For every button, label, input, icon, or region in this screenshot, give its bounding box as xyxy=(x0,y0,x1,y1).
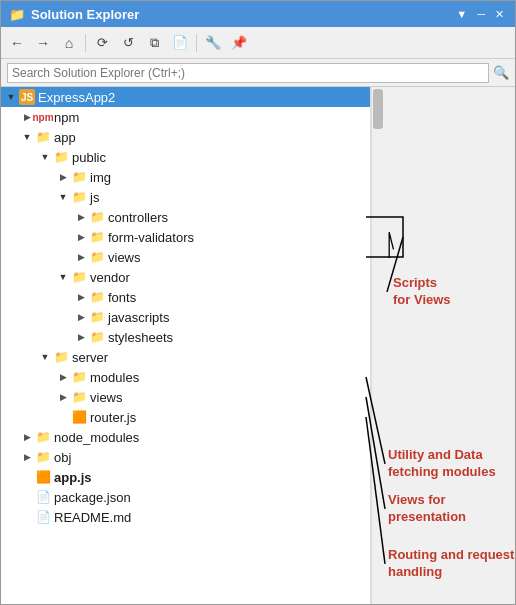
server-arrow: ▼ xyxy=(37,349,53,365)
fonts-label: fonts xyxy=(108,290,136,305)
folder-icon: 📁 xyxy=(89,309,105,325)
main-content: ▼ JS ExpressApp2 ▶ npm npm ▼ 📁 app ▼ 📁 p… xyxy=(1,87,515,604)
public-label: public xyxy=(72,150,106,165)
dropdown-btn[interactable]: ▼ xyxy=(453,8,470,20)
views-presentation-annotation: Views for presentation xyxy=(388,492,466,526)
package-icon: 📄 xyxy=(35,489,51,505)
js-label: js xyxy=(90,190,99,205)
solution-explorer-window: 📁 Solution Explorer ▼ ─ ✕ ← → ⌂ ⟳ ↺ ⧉ 📄 … xyxy=(0,0,516,605)
modules-label: modules xyxy=(90,370,139,385)
close-btn[interactable]: ✕ xyxy=(492,8,507,21)
separator-2 xyxy=(196,34,197,52)
list-item[interactable]: ▶ 📁 img xyxy=(1,167,370,187)
npm-label: npm xyxy=(54,110,79,125)
js-arrow: ▼ xyxy=(55,189,71,205)
list-item[interactable]: ▼ 📁 js xyxy=(1,187,370,207)
tree-root[interactable]: ▼ JS ExpressApp2 xyxy=(1,87,370,107)
folder-icon: 📁 xyxy=(53,149,69,165)
copy-btn[interactable]: ⧉ xyxy=(142,31,166,55)
folder-icon: 📁 xyxy=(35,429,51,445)
settings-btn[interactable]: 🔧 xyxy=(201,31,225,55)
folder-icon: 📁 xyxy=(89,249,105,265)
form-validators-arrow: ▶ xyxy=(73,229,89,245)
scrollbar-thumb[interactable] xyxy=(373,89,383,129)
list-item[interactable]: ▼ 📁 vendor xyxy=(1,267,370,287)
new-file-btn[interactable]: 📄 xyxy=(168,31,192,55)
list-item[interactable]: 📄 README.md xyxy=(1,507,370,527)
modules-arrow: ▶ xyxy=(55,369,71,385)
obj-arrow: ▶ xyxy=(19,449,35,465)
list-item[interactable]: ▶ 📁 obj xyxy=(1,447,370,467)
routing-line1: Routing and request xyxy=(388,547,514,562)
undo-btn[interactable]: ↺ xyxy=(116,31,140,55)
list-item[interactable]: ▶ 📁 views xyxy=(1,247,370,267)
search-input[interactable] xyxy=(7,63,489,83)
list-item[interactable]: ▶ 📁 fonts xyxy=(1,287,370,307)
fonts-arrow: ▶ xyxy=(73,289,89,305)
folder-icon: 📁 xyxy=(71,369,87,385)
list-item[interactable]: ▶ 📁 javascripts xyxy=(1,307,370,327)
folder-icon: 📁 xyxy=(89,289,105,305)
node-modules-label: node_modules xyxy=(54,430,139,445)
folder-icon: 📁 xyxy=(71,269,87,285)
npm-icon: npm xyxy=(35,109,51,125)
root-label: ExpressApp2 xyxy=(38,90,115,105)
list-item[interactable]: 🟧 router.js xyxy=(1,407,370,427)
appjs-label: app.js xyxy=(54,470,92,485)
vendor-arrow: ▼ xyxy=(55,269,71,285)
search-icon: 🔍 xyxy=(493,65,509,80)
views-line1: Views for xyxy=(388,492,446,507)
list-item[interactable]: ▶ 📁 modules xyxy=(1,367,370,387)
readme-label: README.md xyxy=(54,510,131,525)
sync-btn[interactable]: ⟳ xyxy=(90,31,114,55)
folder-icon: 📁 xyxy=(89,209,105,225)
readme-icon: 📄 xyxy=(35,509,51,525)
title-bar-controls: ▼ ─ ✕ xyxy=(453,8,507,21)
utility-line1: Utility and Data xyxy=(388,447,483,462)
list-item[interactable]: ▶ 📁 stylesheets xyxy=(1,327,370,347)
minimize-btn[interactable]: ─ xyxy=(474,8,488,20)
tree-panel: ▼ JS ExpressApp2 ▶ npm npm ▼ 📁 app ▼ 📁 p… xyxy=(1,87,371,604)
list-item[interactable]: ▶ 📁 views xyxy=(1,387,370,407)
forward-btn[interactable]: → xyxy=(31,31,55,55)
folder-icon: 📁 xyxy=(35,129,51,145)
javascripts-label: javascripts xyxy=(108,310,169,325)
list-item[interactable]: ▼ 📁 app xyxy=(1,127,370,147)
toolbar: ← → ⌂ ⟳ ↺ ⧉ 📄 🔧 📌 xyxy=(1,27,515,59)
list-item[interactable]: ▶ 📁 node_modules xyxy=(1,427,370,447)
img-arrow: ▶ xyxy=(55,169,71,185)
list-item[interactable]: ▶ 📁 form-validators xyxy=(1,227,370,247)
list-item[interactable]: ▶ 📁 controllers xyxy=(1,207,370,227)
folder-icon: 📁 xyxy=(89,329,105,345)
list-item[interactable]: ▶ npm npm xyxy=(1,107,370,127)
separator-1 xyxy=(85,34,86,52)
scrollbar[interactable] xyxy=(371,87,383,604)
obj-label: obj xyxy=(54,450,71,465)
folder-icon: 📁 xyxy=(71,189,87,205)
list-item[interactable]: 📄 package.json xyxy=(1,487,370,507)
folder-icon: 📁 xyxy=(89,229,105,245)
pin-btn[interactable]: 📌 xyxy=(227,31,251,55)
list-item[interactable]: ▼ 📁 server xyxy=(1,347,370,367)
stylesheets-label: stylesheets xyxy=(108,330,173,345)
back-btn[interactable]: ← xyxy=(5,31,29,55)
folder-icon: 📁 xyxy=(35,449,51,465)
list-item[interactable]: ▼ 📁 public xyxy=(1,147,370,167)
router-label: router.js xyxy=(90,410,136,425)
views-line2: presentation xyxy=(388,509,466,524)
app-arrow: ▼ xyxy=(19,129,35,145)
views-server-arrow: ▶ xyxy=(55,389,71,405)
list-item[interactable]: 🟧 app.js xyxy=(1,467,370,487)
routing-line2: handling xyxy=(388,564,442,579)
utility-line2: fetching modules xyxy=(388,464,496,479)
scripts-for-views-annotation: Scripts for Views xyxy=(393,275,451,309)
title-bar-left: 📁 Solution Explorer xyxy=(9,7,139,22)
home-btn[interactable]: ⌂ xyxy=(57,31,81,55)
folder-icon: 📁 xyxy=(71,169,87,185)
annotation-lines-svg xyxy=(383,87,515,604)
title-bar: 📁 Solution Explorer ▼ ─ ✕ xyxy=(1,1,515,27)
javascripts-arrow: ▶ xyxy=(73,309,89,325)
views-js-arrow: ▶ xyxy=(73,249,89,265)
server-label: server xyxy=(72,350,108,365)
stylesheets-arrow: ▶ xyxy=(73,329,89,345)
